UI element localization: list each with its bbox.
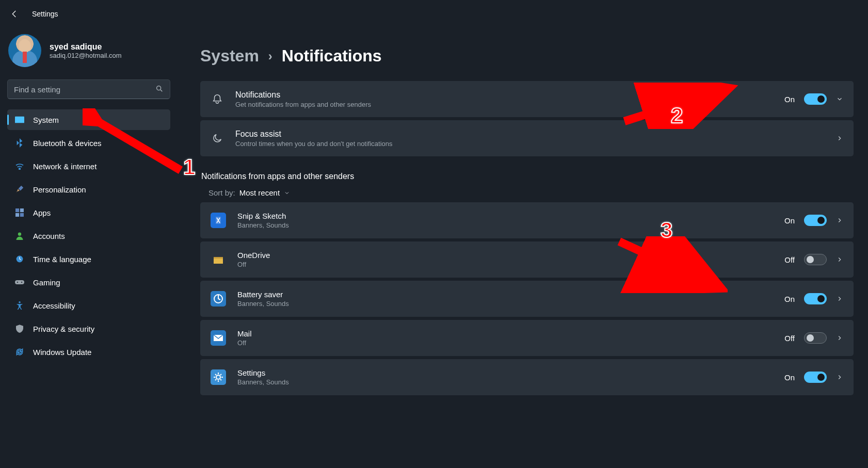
app-toggle[interactable] xyxy=(804,293,827,304)
app-subtitle: Off xyxy=(237,261,773,268)
back-button[interactable] xyxy=(9,9,20,19)
app-title: Snip & Sketch xyxy=(237,212,773,220)
sidebar-item-label: Windows Update xyxy=(33,348,91,357)
app-toggle[interactable] xyxy=(804,254,827,265)
svg-point-12 xyxy=(19,301,21,303)
section-header: Notifications from apps and other sender… xyxy=(201,172,854,181)
notifications-toggle[interactable] xyxy=(804,93,827,105)
sidebar-item-label: Personalization xyxy=(33,185,86,194)
chevron-down-icon[interactable] xyxy=(836,95,843,103)
sidebar-item-label: Time & language xyxy=(33,255,91,264)
sidebar-item-label: Accessibility xyxy=(33,301,75,310)
svg-point-2 xyxy=(19,168,21,170)
card-title: Focus assist xyxy=(235,130,825,139)
sidebar-item-label: Gaming xyxy=(33,278,60,287)
sidebar-item-apps[interactable]: Apps xyxy=(7,202,170,223)
sidebar-item-personalization[interactable]: Personalization xyxy=(7,179,170,200)
app-title: OneDrive xyxy=(237,251,773,260)
app-title: Mail xyxy=(237,329,773,338)
chevron-right-icon[interactable] xyxy=(836,256,843,263)
toggle-state-label: Off xyxy=(784,334,795,343)
brush-icon xyxy=(14,184,25,195)
nav-list: System Bluetooth & devices Network & int… xyxy=(7,109,170,362)
svg-rect-20 xyxy=(211,369,226,385)
card-desc: Control times when you do and don't get … xyxy=(235,140,825,148)
sidebar-item-accounts[interactable]: Accounts xyxy=(7,225,170,246)
search-box[interactable] xyxy=(7,79,170,99)
svg-rect-1 xyxy=(15,117,24,123)
svg-rect-3 xyxy=(15,208,19,212)
sidebar-item-label: Network & internet xyxy=(33,162,97,171)
title-bar: Settings xyxy=(0,0,868,28)
profile-block[interactable]: syed sadique sadiq.012@hotmail.com xyxy=(8,34,170,67)
chevron-right-icon[interactable] xyxy=(836,334,843,342)
sidebar: syed sadique sadiq.012@hotmail.com Syste… xyxy=(0,28,175,468)
breadcrumb-parent[interactable]: System xyxy=(200,46,259,66)
sort-by-row: Sort by: Most recent xyxy=(208,188,854,197)
app-icon xyxy=(211,252,226,267)
app-list: Snip & Sketch Banners, Sounds On OneDriv… xyxy=(200,202,854,395)
apps-icon xyxy=(14,207,25,218)
svg-point-11 xyxy=(21,282,22,283)
app-icon xyxy=(211,291,226,306)
sidebar-item-update[interactable]: Windows Update xyxy=(7,342,170,362)
sidebar-item-label: System xyxy=(33,116,59,124)
notifications-card[interactable]: Notifications Get notifications from app… xyxy=(200,81,854,117)
chevron-down-icon xyxy=(284,190,290,196)
svg-point-0 xyxy=(157,86,161,90)
svg-rect-9 xyxy=(15,280,24,284)
app-subtitle: Banners, Sounds xyxy=(237,221,773,229)
chevron-right-icon[interactable] xyxy=(836,295,843,302)
chevron-right-icon[interactable] xyxy=(836,135,843,142)
toggle-state-label: On xyxy=(784,295,795,303)
toggle-state-label: On xyxy=(784,95,795,104)
app-row[interactable]: Mail Off Off xyxy=(200,320,854,356)
app-toggle[interactable] xyxy=(804,332,827,344)
svg-rect-4 xyxy=(20,208,24,212)
app-toggle[interactable] xyxy=(804,215,827,226)
sidebar-item-label: Privacy & security xyxy=(33,325,94,333)
profile-name: syed sadique xyxy=(50,42,122,52)
app-row[interactable]: OneDrive Off Off xyxy=(200,241,854,278)
app-subtitle: Banners, Sounds xyxy=(237,300,773,308)
app-title: Settings xyxy=(32,10,58,18)
svg-rect-5 xyxy=(15,213,19,217)
sidebar-item-gaming[interactable]: Gaming xyxy=(7,272,170,293)
app-row[interactable]: Snip & Sketch Banners, Sounds On xyxy=(200,202,854,238)
search-icon xyxy=(155,85,164,94)
sidebar-item-system[interactable]: System xyxy=(7,109,170,130)
sort-label: Sort by: xyxy=(208,188,235,197)
chevron-right-icon[interactable] xyxy=(836,374,843,381)
toggle-state-label: On xyxy=(784,216,795,225)
app-icon xyxy=(211,213,226,228)
accessibility-icon xyxy=(14,300,25,311)
focus-assist-card[interactable]: Focus assist Control times when you do a… xyxy=(200,120,854,156)
sidebar-item-network[interactable]: Network & internet xyxy=(7,156,170,176)
card-desc: Get notifications from apps and other se… xyxy=(235,101,773,108)
sidebar-item-accessibility[interactable]: Accessibility xyxy=(7,295,170,316)
gamepad-icon xyxy=(14,277,25,287)
sidebar-item-bluetooth[interactable]: Bluetooth & devices xyxy=(7,133,170,153)
app-row[interactable]: Battery saver Banners, Sounds On xyxy=(200,281,854,317)
app-row[interactable]: Settings Banners, Sounds On xyxy=(200,359,854,395)
sidebar-item-label: Accounts xyxy=(33,232,65,240)
app-subtitle: Off xyxy=(237,339,773,347)
sidebar-item-label: Apps xyxy=(33,208,51,217)
profile-email: sadiq.012@hotmail.com xyxy=(50,52,122,59)
app-toggle[interactable] xyxy=(804,372,827,383)
shield-icon xyxy=(14,324,25,334)
sort-dropdown[interactable]: Most recent xyxy=(239,188,290,197)
sort-value-text: Most recent xyxy=(239,188,280,197)
bell-icon xyxy=(211,92,224,106)
system-icon xyxy=(14,115,25,125)
person-icon xyxy=(14,231,25,241)
chevron-right-icon[interactable] xyxy=(836,217,843,224)
app-title: Settings xyxy=(237,368,773,377)
sidebar-item-privacy[interactable]: Privacy & security xyxy=(7,318,170,339)
sidebar-item-time[interactable]: Time & language xyxy=(7,249,170,269)
app-icon xyxy=(211,330,226,346)
chevron-right-icon: › xyxy=(268,49,272,63)
search-input[interactable] xyxy=(14,85,155,94)
app-subtitle: Banners, Sounds xyxy=(237,378,773,386)
moon-icon xyxy=(211,132,224,145)
